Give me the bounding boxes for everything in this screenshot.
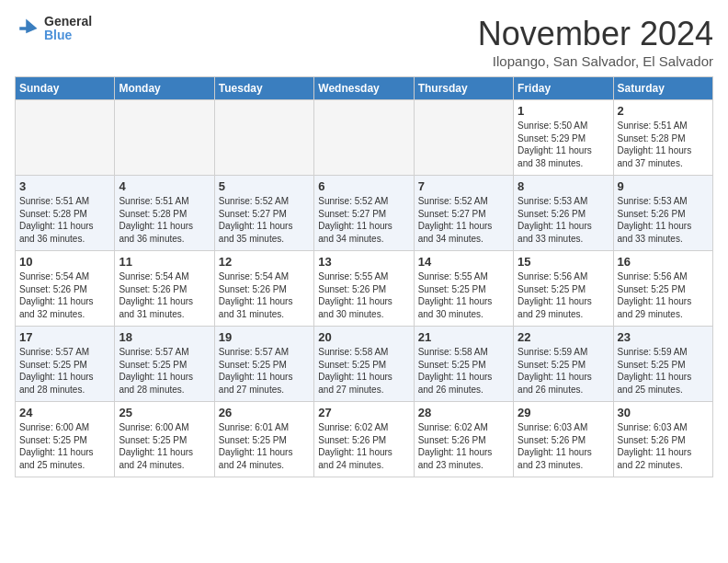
calendar-day-cell [214, 100, 313, 176]
calendar-day-cell: 3Sunrise: 5:51 AM Sunset: 5:28 PM Daylig… [16, 176, 115, 251]
calendar-week-row: 1Sunrise: 5:50 AM Sunset: 5:29 PM Daylig… [16, 100, 713, 176]
day-info: Sunrise: 5:57 AM Sunset: 5:25 PM Dayligh… [219, 346, 310, 396]
day-info: Sunrise: 5:52 AM Sunset: 5:27 PM Dayligh… [219, 195, 310, 245]
calendar-day-cell: 14Sunrise: 5:55 AM Sunset: 5:25 PM Dayli… [414, 251, 513, 327]
day-info: Sunrise: 5:57 AM Sunset: 5:25 PM Dayligh… [19, 346, 110, 396]
calendar-day-cell: 23Sunrise: 5:59 AM Sunset: 5:25 PM Dayli… [613, 327, 712, 402]
day-info: Sunrise: 6:02 AM Sunset: 5:26 PM Dayligh… [418, 421, 509, 471]
day-info: Sunrise: 5:59 AM Sunset: 5:25 PM Dayligh… [618, 346, 709, 396]
day-number: 2 [618, 104, 709, 118]
day-info: Sunrise: 5:57 AM Sunset: 5:25 PM Dayligh… [119, 346, 210, 396]
logo-general-text: General [44, 15, 92, 29]
day-number: 24 [19, 406, 110, 419]
col-header-wednesday: Wednesday [314, 77, 414, 100]
day-number: 4 [119, 179, 210, 193]
day-number: 19 [219, 330, 310, 344]
col-header-friday: Friday [514, 77, 613, 100]
day-info: Sunrise: 5:53 AM Sunset: 5:26 PM Dayligh… [618, 195, 709, 245]
calendar-day-cell [414, 100, 513, 176]
calendar-day-cell: 9Sunrise: 5:53 AM Sunset: 5:26 PM Daylig… [613, 176, 712, 251]
day-info: Sunrise: 5:53 AM Sunset: 5:26 PM Dayligh… [518, 195, 609, 245]
day-info: Sunrise: 6:01 AM Sunset: 5:25 PM Dayligh… [219, 421, 310, 471]
day-info: Sunrise: 5:52 AM Sunset: 5:27 PM Dayligh… [418, 195, 509, 245]
day-number: 9 [618, 179, 709, 193]
day-number: 26 [219, 406, 310, 419]
day-number: 5 [219, 179, 310, 193]
day-number: 7 [418, 179, 509, 193]
calendar-day-cell [16, 100, 115, 176]
calendar-day-cell: 8Sunrise: 5:53 AM Sunset: 5:26 PM Daylig… [514, 176, 613, 251]
day-info: Sunrise: 6:03 AM Sunset: 5:26 PM Dayligh… [518, 421, 609, 471]
title-block: November 2024 Ilopango, San Salvador, El… [478, 15, 713, 69]
calendar-day-cell: 16Sunrise: 5:56 AM Sunset: 5:25 PM Dayli… [613, 251, 712, 327]
calendar-day-cell: 21Sunrise: 5:58 AM Sunset: 5:25 PM Dayli… [414, 327, 513, 402]
day-info: Sunrise: 6:03 AM Sunset: 5:26 PM Dayligh… [618, 421, 709, 471]
calendar-day-cell: 12Sunrise: 5:54 AM Sunset: 5:26 PM Dayli… [214, 251, 313, 327]
month-title: November 2024 [478, 15, 713, 53]
day-info: Sunrise: 5:54 AM Sunset: 5:26 PM Dayligh… [19, 270, 110, 320]
calendar-day-cell: 19Sunrise: 5:57 AM Sunset: 5:25 PM Dayli… [214, 327, 313, 402]
day-number: 21 [418, 330, 509, 344]
logo-icon [15, 16, 40, 41]
calendar-day-cell: 4Sunrise: 5:51 AM Sunset: 5:28 PM Daylig… [115, 176, 214, 251]
day-number: 3 [19, 179, 110, 193]
day-number: 12 [219, 255, 310, 269]
day-info: Sunrise: 6:00 AM Sunset: 5:25 PM Dayligh… [119, 421, 210, 471]
col-header-thursday: Thursday [414, 77, 513, 100]
calendar-day-cell: 17Sunrise: 5:57 AM Sunset: 5:25 PM Dayli… [16, 327, 115, 402]
calendar-day-cell: 2Sunrise: 5:51 AM Sunset: 5:28 PM Daylig… [613, 100, 712, 176]
calendar-day-cell: 13Sunrise: 5:55 AM Sunset: 5:26 PM Dayli… [314, 251, 414, 327]
calendar-day-cell: 15Sunrise: 5:56 AM Sunset: 5:25 PM Dayli… [514, 251, 613, 327]
calendar-day-cell: 27Sunrise: 6:02 AM Sunset: 5:26 PM Dayli… [314, 402, 414, 477]
day-number: 27 [318, 406, 409, 419]
calendar-day-cell: 26Sunrise: 6:01 AM Sunset: 5:25 PM Dayli… [214, 402, 313, 477]
day-number: 25 [119, 406, 210, 419]
day-info: Sunrise: 5:51 AM Sunset: 5:28 PM Dayligh… [119, 195, 210, 245]
day-info: Sunrise: 5:55 AM Sunset: 5:26 PM Dayligh… [318, 270, 409, 320]
day-number: 15 [518, 255, 609, 269]
calendar-day-cell: 1Sunrise: 5:50 AM Sunset: 5:29 PM Daylig… [514, 100, 613, 176]
day-info: Sunrise: 5:58 AM Sunset: 5:25 PM Dayligh… [418, 346, 509, 396]
calendar-day-cell: 20Sunrise: 5:58 AM Sunset: 5:25 PM Dayli… [314, 327, 414, 402]
day-info: Sunrise: 5:54 AM Sunset: 5:26 PM Dayligh… [219, 270, 310, 320]
calendar-day-cell [314, 100, 414, 176]
calendar-day-cell: 6Sunrise: 5:52 AM Sunset: 5:27 PM Daylig… [314, 176, 414, 251]
day-number: 16 [618, 255, 709, 269]
day-number: 29 [518, 406, 609, 419]
day-number: 11 [119, 255, 210, 269]
col-header-tuesday: Tuesday [214, 77, 313, 100]
calendar-day-cell: 10Sunrise: 5:54 AM Sunset: 5:26 PM Dayli… [16, 251, 115, 327]
day-number: 17 [19, 330, 110, 344]
day-number: 28 [418, 406, 509, 419]
location-text: Ilopango, San Salvador, El Salvador [478, 53, 713, 69]
col-header-sunday: Sunday [16, 77, 115, 100]
calendar-header-row: SundayMondayTuesdayWednesdayThursdayFrid… [16, 77, 713, 100]
day-number: 1 [518, 104, 609, 118]
calendar-day-cell: 25Sunrise: 6:00 AM Sunset: 5:25 PM Dayli… [115, 402, 214, 477]
logo-text: General Blue [44, 15, 92, 43]
day-number: 8 [518, 179, 609, 193]
col-header-saturday: Saturday [613, 77, 712, 100]
day-info: Sunrise: 5:56 AM Sunset: 5:25 PM Dayligh… [518, 270, 609, 320]
calendar-day-cell [115, 100, 214, 176]
day-info: Sunrise: 6:02 AM Sunset: 5:26 PM Dayligh… [318, 421, 409, 471]
day-info: Sunrise: 5:55 AM Sunset: 5:25 PM Dayligh… [418, 270, 509, 320]
calendar-day-cell: 30Sunrise: 6:03 AM Sunset: 5:26 PM Dayli… [613, 402, 712, 477]
calendar-day-cell: 18Sunrise: 5:57 AM Sunset: 5:25 PM Dayli… [115, 327, 214, 402]
calendar-day-cell: 5Sunrise: 5:52 AM Sunset: 5:27 PM Daylig… [214, 176, 313, 251]
day-number: 14 [418, 255, 509, 269]
day-number: 6 [318, 179, 409, 193]
calendar-day-cell: 28Sunrise: 6:02 AM Sunset: 5:26 PM Dayli… [414, 402, 513, 477]
page-header: General Blue November 2024 Ilopango, San… [15, 15, 713, 69]
calendar-week-row: 10Sunrise: 5:54 AM Sunset: 5:26 PM Dayli… [16, 251, 713, 327]
day-number: 20 [318, 330, 409, 344]
day-info: Sunrise: 5:54 AM Sunset: 5:26 PM Dayligh… [119, 270, 210, 320]
day-info: Sunrise: 5:58 AM Sunset: 5:25 PM Dayligh… [318, 346, 409, 396]
day-number: 23 [618, 330, 709, 344]
calendar-day-cell: 22Sunrise: 5:59 AM Sunset: 5:25 PM Dayli… [514, 327, 613, 402]
day-number: 10 [19, 255, 110, 269]
calendar-week-row: 17Sunrise: 5:57 AM Sunset: 5:25 PM Dayli… [16, 327, 713, 402]
col-header-monday: Monday [115, 77, 214, 100]
day-number: 18 [119, 330, 210, 344]
day-number: 13 [318, 255, 409, 269]
